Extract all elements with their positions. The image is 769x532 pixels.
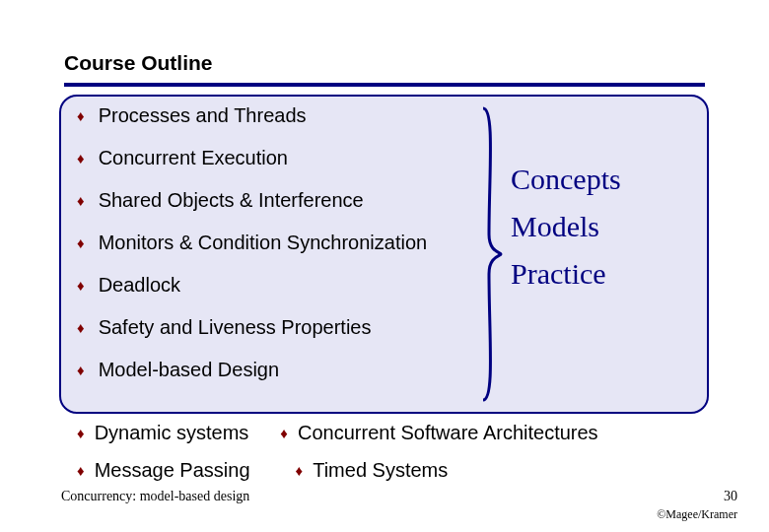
curly-brace-icon xyxy=(481,106,503,402)
slide-title: Course Outline xyxy=(64,51,213,75)
list-item: ♦Concurrent Execution xyxy=(77,147,427,169)
list-item-label: Timed Systems xyxy=(313,459,448,482)
list-item-label: Shared Objects & Interference xyxy=(99,189,364,212)
list-item: ♦Monitors & Condition Synchronization xyxy=(77,232,427,254)
diamond-icon: ♦ xyxy=(77,108,85,123)
list-item: ♦Safety and Liveness Properties xyxy=(77,316,427,339)
diamond-icon: ♦ xyxy=(77,463,85,478)
list-item-label: Model-based Design xyxy=(99,359,279,381)
list-item: ♦Processes and Threads xyxy=(77,104,427,127)
diamond-icon: ♦ xyxy=(77,235,85,250)
practice-label: Practice xyxy=(511,250,621,298)
extra-row-2: ♦Message Passing ♦Timed Systems xyxy=(77,459,448,482)
list-item-label: Deadlock xyxy=(99,274,180,297)
diamond-icon: ♦ xyxy=(77,363,85,377)
list-item: ♦Shared Objects & Interference xyxy=(77,189,427,212)
list-item-label: Processes and Threads xyxy=(99,104,307,127)
footer-left: Concurrency: model-based design xyxy=(61,489,249,504)
models-label: Models xyxy=(511,203,621,250)
list-item-label: Monitors & Condition Synchronization xyxy=(99,232,428,254)
concepts-label: Concepts xyxy=(511,156,621,203)
diamond-icon: ♦ xyxy=(77,426,85,440)
list-item: ♦Dynamic systems xyxy=(77,422,248,444)
list-item-label: Safety and Liveness Properties xyxy=(99,316,372,339)
diamond-icon: ♦ xyxy=(296,463,304,478)
list-item-label: Concurrent Software Architectures xyxy=(298,422,598,444)
extra-row-1: ♦Dynamic systems ♦Concurrent Software Ar… xyxy=(77,422,598,444)
slide: Course Outline ♦Processes and Threads ♦C… xyxy=(0,0,769,532)
diamond-icon: ♦ xyxy=(77,193,85,208)
diamond-icon: ♦ xyxy=(77,320,85,335)
diamond-icon: ♦ xyxy=(77,278,85,293)
list-item-label: Dynamic systems xyxy=(95,422,249,444)
list-item: ♦Deadlock xyxy=(77,274,427,297)
list-item-label: Message Passing xyxy=(95,459,250,482)
diamond-icon: ♦ xyxy=(77,151,85,166)
list-item: ♦Model-based Design xyxy=(77,359,427,381)
diamond-icon: ♦ xyxy=(280,426,288,440)
list-item: ♦Concurrent Software Architectures xyxy=(280,422,597,444)
title-underline xyxy=(64,83,705,87)
list-item: ♦Timed Systems xyxy=(296,459,449,482)
category-labels: Concepts Models Practice xyxy=(511,156,621,298)
list-item: ♦Message Passing xyxy=(77,459,250,482)
page-number: 30 xyxy=(724,489,737,504)
topic-list: ♦Processes and Threads ♦Concurrent Execu… xyxy=(77,104,427,401)
copyright: ©Magee/Kramer xyxy=(657,507,737,522)
list-item-label: Concurrent Execution xyxy=(99,147,288,169)
